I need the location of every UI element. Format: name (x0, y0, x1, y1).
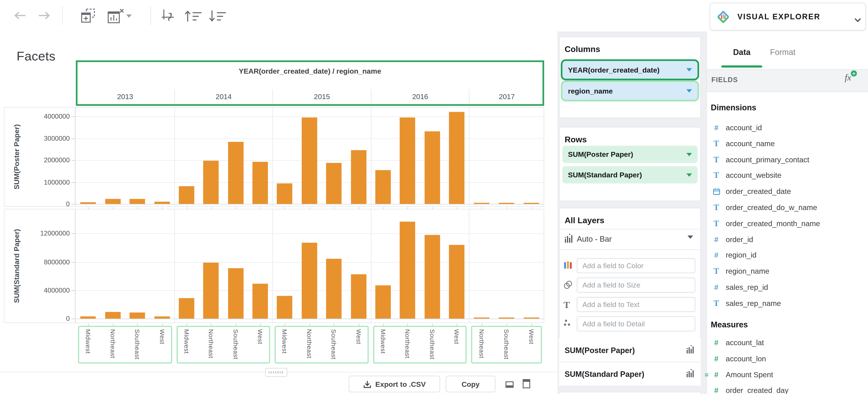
bar[interactable] (474, 203, 489, 204)
mark-type-caret-icon[interactable] (688, 239, 693, 249)
bar[interactable] (449, 245, 464, 318)
y-axis-tick-label: 8000000 (21, 258, 70, 266)
color-drop-field[interactable] (577, 258, 695, 273)
size-icon (564, 280, 572, 289)
pill-caret-icon[interactable] (686, 152, 692, 156)
bar[interactable] (155, 316, 170, 318)
bar[interactable] (252, 162, 268, 204)
bar[interactable] (474, 317, 489, 318)
bar[interactable] (179, 298, 194, 319)
size-drop-field[interactable] (577, 278, 695, 292)
bar[interactable] (425, 131, 440, 204)
number-icon: # (712, 354, 721, 363)
bar[interactable] (155, 202, 170, 204)
bar[interactable] (252, 284, 268, 319)
add-calculated-field-icon[interactable]: fx+ (845, 73, 851, 83)
field-name: sales_rep_name (726, 299, 781, 307)
pill-caret-icon[interactable] (686, 68, 692, 72)
dimension-item[interactable]: #account_id (712, 120, 762, 135)
bar[interactable] (203, 161, 219, 204)
bar[interactable] (499, 317, 514, 318)
layer-measure-row[interactable]: SUM(Poster Paper) (559, 338, 701, 362)
bar[interactable] (524, 317, 539, 318)
product-switcher[interactable]: VISUAL EXPLORER (710, 3, 866, 31)
pill-caret-icon[interactable] (686, 173, 692, 176)
expand-window-icon[interactable] (523, 379, 530, 388)
bar[interactable] (105, 199, 121, 204)
bar[interactable] (425, 235, 440, 318)
bar[interactable] (228, 268, 244, 319)
region-label-text: Southeast (429, 329, 436, 360)
copy-label: Copy (461, 380, 479, 388)
dimension-item[interactable]: #region_id (712, 248, 756, 262)
bar[interactable] (326, 163, 341, 204)
bar[interactable] (326, 259, 341, 319)
bar[interactable] (80, 316, 96, 318)
facet-separator (371, 209, 372, 322)
zero-baseline (75, 319, 544, 319)
tab-data[interactable]: Data (725, 48, 758, 57)
pill-caret-icon[interactable] (686, 89, 692, 92)
dimension-item[interactable]: #sales_rep_id (712, 280, 768, 294)
facet-separator (272, 209, 273, 322)
rows-pill[interactable]: SUM(Standard Paper) (562, 166, 698, 183)
bar-chart-icon (686, 369, 694, 379)
facet-separator (371, 108, 372, 206)
bar[interactable] (400, 117, 415, 204)
bar[interactable] (302, 117, 317, 204)
tab-format[interactable]: Format (763, 48, 802, 57)
dimension-item[interactable]: #order_id (712, 232, 753, 247)
bar[interactable] (351, 274, 367, 319)
bar[interactable] (375, 285, 391, 319)
bar[interactable] (80, 202, 96, 204)
facet-separator (175, 108, 175, 206)
y-axis-tick-mark (71, 233, 75, 234)
dimension-item[interactable]: Tregion_name (712, 264, 769, 278)
bar[interactable] (302, 243, 317, 319)
columns-pill[interactable]: YEAR(order_created_date) (561, 59, 699, 80)
bar[interactable] (105, 312, 121, 318)
layer-measure-row[interactable]: SUM(Standard Paper) (559, 362, 701, 386)
region-label: Southeast (501, 329, 512, 360)
bar[interactable] (400, 222, 415, 319)
detail-icon (564, 319, 571, 326)
dimension-item[interactable]: Taccount_name (712, 136, 775, 151)
bar[interactable] (449, 112, 464, 204)
bar[interactable] (351, 150, 367, 204)
dimension-item[interactable]: order_created_date (712, 184, 791, 198)
y-axis-tick-label: 0 (21, 200, 70, 208)
columns-pill[interactable]: region_name (561, 80, 699, 102)
measure-item[interactable]: #order_created_day (712, 383, 788, 394)
measure-item[interactable]: =#Amount Spent (712, 367, 773, 382)
horizontal-scroll-handle[interactable] (265, 368, 287, 377)
bar[interactable] (524, 203, 539, 204)
mark-type-select[interactable]: Auto - Bar (577, 234, 612, 243)
dimension-item[interactable]: Torder_created_month_name (712, 216, 820, 231)
bar[interactable] (179, 186, 194, 204)
dimension-item[interactable]: Torder_created_do_w_name (712, 200, 817, 215)
facet-title: YEAR(order_created_date) / region_name (76, 67, 544, 75)
region-label: West (526, 329, 537, 360)
dimension-item[interactable]: Tsales_rep_name (712, 296, 781, 310)
rows-pill[interactable]: SUM(Poster Paper) (562, 146, 698, 163)
measure-item[interactable]: #account_lat (712, 335, 764, 350)
bar[interactable] (228, 142, 244, 204)
bar[interactable] (499, 203, 514, 204)
bar[interactable] (129, 312, 145, 319)
detail-drop-field[interactable] (577, 316, 695, 331)
dimension-item[interactable]: Taccount_website (712, 168, 781, 182)
bar[interactable] (277, 183, 292, 204)
bar[interactable] (203, 263, 219, 319)
y-axis-tick-label: 1000000 (21, 178, 70, 186)
bar[interactable] (277, 296, 292, 319)
number-icon: # (712, 235, 721, 244)
collapse-panel-icon[interactable] (505, 381, 514, 388)
dimension-item[interactable]: Taccount_primary_contact (712, 152, 809, 167)
divider (559, 229, 701, 230)
bar[interactable] (129, 199, 145, 204)
copy-button[interactable]: Copy (445, 376, 495, 392)
bar[interactable] (375, 170, 391, 204)
text-drop-field[interactable] (577, 297, 695, 312)
export-csv-button[interactable]: Export to .CSV (349, 376, 440, 392)
measure-item[interactable]: #account_lon (712, 351, 766, 366)
